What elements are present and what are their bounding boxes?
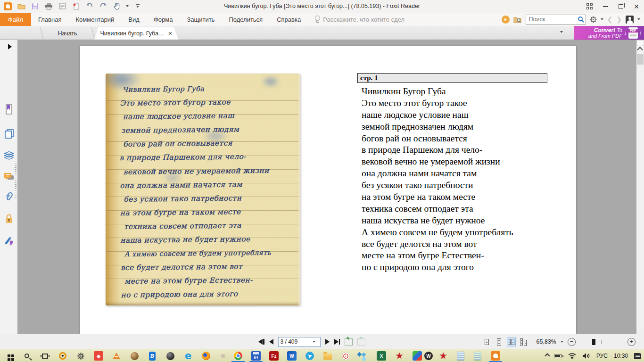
telegram-icon[interactable] [303, 350, 317, 362]
settings-app-icon[interactable] [74, 350, 88, 362]
filezilla-icon[interactable]: Fz [267, 350, 281, 362]
red-diamond-app-icon[interactable]: ◆ [91, 350, 106, 362]
zoom-in-button[interactable]: + [627, 338, 636, 346]
single-page-view-button[interactable] [483, 338, 491, 346]
ui-options-icon[interactable] [586, 3, 593, 9]
page-number-input[interactable] [281, 338, 311, 345]
document-view[interactable]: Чивилкин Бугор Губа Это место этот бугор… [17, 40, 636, 334]
search-magnifier-icon [578, 16, 585, 23]
notification-center-icon[interactable] [634, 353, 641, 359]
taskbar-search-icon[interactable] [20, 350, 34, 362]
convert-pdf-button[interactable]: Convert To and From PDF ↓ PDF ↑ [574, 26, 644, 40]
vertical-scrollbar[interactable] [636, 40, 644, 334]
pages-panel-icon[interactable] [4, 129, 14, 139]
expand-panel-arrow-icon[interactable] [8, 44, 12, 49]
zoom-out-button[interactable]: − [568, 338, 576, 346]
language-indicator[interactable]: РУС [596, 353, 608, 359]
settings-gear-icon[interactable] [590, 16, 597, 23]
red-splat-app-icon[interactable] [392, 350, 406, 362]
vlc-icon[interactable] [109, 350, 124, 362]
close-button[interactable]: ✕ [634, 3, 639, 10]
comments-panel-icon[interactable] [4, 172, 14, 182]
lightbulb-icon [314, 16, 320, 23]
minimize-button[interactable] [603, 6, 608, 7]
battery-icon[interactable] [554, 354, 562, 358]
zoom-controls: 65,83% − + [483, 334, 636, 349]
menu-home[interactable]: Главная [31, 13, 68, 26]
history-forward-icon[interactable]: ❯ [616, 16, 622, 23]
previous-view-button[interactable]: ↰ [345, 338, 353, 346]
orange-ring-app-icon[interactable] [56, 350, 70, 362]
next-page-button[interactable] [325, 339, 330, 345]
next-view-button[interactable]: ↱ [357, 338, 365, 346]
search-in-folder-icon[interactable] [513, 16, 522, 23]
scroll-up-arrow-icon[interactable] [637, 47, 643, 53]
zoom-caret-icon[interactable] [561, 341, 563, 343]
dark-sphere-app-icon[interactable] [163, 350, 177, 362]
panel-splitter-handle[interactable] [15, 162, 17, 199]
task-view-icon[interactable] [38, 350, 52, 362]
tray-expand-chevron-icon[interactable] [545, 353, 550, 358]
menu-comment[interactable]: Комментарий [68, 13, 121, 26]
notepad-blue-icon[interactable] [454, 350, 468, 362]
notepad-green-icon[interactable] [471, 350, 485, 362]
volume-icon[interactable] [582, 353, 590, 359]
continuous-facing-view-button[interactable] [520, 338, 528, 346]
tell-me-assistant[interactable]: Расскажите, что хотите сдел [314, 13, 405, 26]
page-number-caret-icon[interactable] [313, 341, 315, 343]
history-back-icon[interactable]: ❮ [607, 16, 613, 23]
wacom-app-icon[interactable]: W [421, 350, 436, 362]
firefox-icon[interactable] [199, 350, 213, 362]
red-splat-app-icon-2[interactable] [436, 350, 450, 362]
excel-icon[interactable]: X [374, 350, 388, 362]
word-icon[interactable]: W [285, 350, 299, 362]
bluetooth-icon[interactable]: B [145, 350, 159, 362]
zoom-slider[interactable] [580, 338, 623, 346]
gems-app-icon[interactable] [356, 350, 371, 362]
menu-protect[interactable]: Защитить [180, 13, 222, 26]
previous-page-button[interactable] [269, 339, 273, 345]
tab-start-page[interactable]: Начать [41, 27, 93, 40]
search-input[interactable] [529, 16, 578, 23]
settings-caret-icon[interactable] [601, 18, 603, 20]
attachments-panel-icon[interactable] [4, 191, 14, 202]
tab-close-icon[interactable]: ✕ [168, 31, 172, 37]
last-page-button[interactable] [334, 339, 340, 345]
menu-file[interactable]: Файл [0, 13, 31, 26]
file-explorer-icon[interactable] [321, 350, 335, 362]
digital-signature-panel-icon[interactable] [4, 235, 14, 246]
account-avatar[interactable] [626, 16, 634, 24]
zoom-percentage[interactable]: 65,83% [537, 338, 556, 345]
assistant-hint-text: Расскажите, что хотите сдел [323, 16, 405, 23]
edge-icon[interactable]: e [181, 350, 195, 362]
zoom-slider-thumb[interactable] [592, 339, 595, 345]
start-button[interactable] [2, 350, 16, 362]
spiral-app-icon[interactable] [339, 350, 353, 362]
continuous-view-button[interactable] [495, 338, 503, 346]
first-page-button[interactable] [258, 339, 264, 345]
manuscript-scan-image: Чивилкин Бугор Губа Это место этот бугор… [106, 74, 300, 305]
facing-view-button[interactable] [507, 338, 515, 346]
chrome-icon[interactable] [231, 350, 245, 362]
menu-help[interactable]: Справка [270, 13, 308, 26]
menu-view[interactable]: Вид [121, 13, 147, 26]
page-number-box[interactable] [278, 337, 321, 347]
mascot-app-icon[interactable] [127, 350, 141, 362]
small-app-icon[interactable] [216, 350, 230, 362]
tab-current-document[interactable]: Чивилкин бугор. Губа... ✕ [94, 27, 178, 40]
layers-panel-icon[interactable] [4, 150, 14, 160]
foxit-reader-taskbar-icon[interactable] [488, 350, 503, 362]
menu-share[interactable]: Поделиться [222, 13, 270, 26]
search-box[interactable] [526, 15, 586, 25]
account-caret-icon[interactable] [637, 18, 640, 20]
wifi-icon[interactable] [568, 353, 576, 359]
clock[interactable]: 10:30 [614, 353, 628, 359]
restore-button[interactable] [619, 4, 623, 9]
bookmarks-panel-icon[interactable] [4, 104, 14, 115]
menu-form[interactable]: Форма [147, 13, 180, 26]
tab-overflow-caret-icon[interactable] [560, 31, 563, 33]
floppy-64-app-icon[interactable]: 64 [249, 350, 263, 362]
scrollbar-thumb[interactable] [637, 54, 644, 65]
security-lock-panel-icon[interactable] [4, 214, 14, 224]
favorites-heart-icon[interactable]: ♥ [502, 16, 510, 24]
